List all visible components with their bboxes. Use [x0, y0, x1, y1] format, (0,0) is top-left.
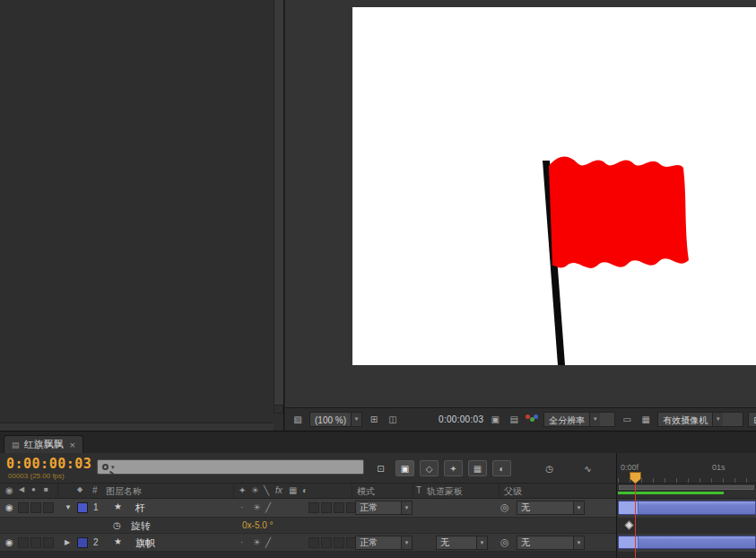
shy-switch[interactable]: · [240, 502, 243, 513]
search-options-arrow-icon[interactable]: ▾ [111, 464, 115, 471]
composition-mini-flowchart-icon[interactable]: ⊡ [371, 460, 390, 476]
timeline-tab[interactable]: ▤ 红旗飘飘 × [4, 435, 83, 453]
layer-row-2[interactable]: ◉ ▶ 2 ★ 旗帜 · ☀ ╱ 正常 [0, 534, 616, 552]
lock-toggle[interactable] [43, 502, 54, 513]
layer-row-1[interactable]: ◉ ▼ 1 ★ 杆 · ☀ ╱ 正常 [0, 499, 616, 518]
label-color-swatch[interactable] [77, 502, 88, 513]
region-of-interest-icon[interactable]: ▭ [620, 413, 634, 426]
show-channels-icon[interactable] [526, 414, 539, 424]
collapse-switch[interactable]: ☀ [253, 537, 261, 548]
keyframe-diamond[interactable] [625, 521, 634, 530]
work-area-bar[interactable] [619, 485, 754, 490]
always-preview-icon[interactable]: ▧ [291, 413, 305, 426]
solo-toggle[interactable] [30, 502, 41, 513]
label-color-swatch[interactable] [77, 537, 88, 548]
chevron-down-icon: ▼ [589, 413, 600, 426]
current-timecode[interactable]: 0:00:00:03 [6, 456, 91, 472]
composition-toolbar: ▧ (100 %) ▼ ⊞ ◫ 0:00:00:03 ▣ ▤ 全分辨率 ▼ ▭ … [285, 407, 756, 431]
chevron-down-icon: ▼ [351, 413, 361, 426]
project-panel [0, 0, 284, 431]
resolution-dropdown[interactable]: 全分辨率 ▼ [543, 412, 615, 427]
fx-switch-icon: fx [275, 485, 282, 495]
layer-2-duration-bar[interactable] [618, 536, 756, 549]
frame-blend-switch[interactable] [321, 537, 332, 548]
motion-blur-switch[interactable] [334, 502, 344, 513]
frame-blend-switch[interactable] [321, 502, 332, 513]
expand-caret-icon[interactable]: ▶ [65, 538, 70, 546]
snapshot-icon[interactable]: ▣ [488, 413, 502, 426]
layer-name[interactable]: 杆 [135, 501, 145, 515]
playhead-line[interactable] [635, 483, 636, 558]
fx-switch[interactable] [308, 537, 319, 548]
audio-toggle[interactable] [18, 502, 29, 513]
chevron-down-icon: ▼ [573, 536, 584, 549]
chevron-down-icon: ▼ [401, 501, 412, 514]
search-input[interactable] [117, 462, 359, 472]
blend-mode-value: 正常 [356, 501, 401, 514]
parent-value: 无 [517, 501, 573, 514]
magnification-dropdown[interactable]: (100 %) ▼ [309, 412, 362, 427]
safe-zones-icon[interactable]: ⊞ [367, 413, 381, 426]
solo-column-icon: ● [31, 485, 36, 493]
camera-view-value: 有效摄像机 [658, 413, 712, 426]
audio-column-icon: ◀ [19, 485, 24, 493]
layer-index: 1 [93, 502, 99, 512]
property-name[interactable]: 旋转 [131, 520, 151, 531]
blend-mode-value: 正常 [356, 536, 401, 549]
blend-mode-dropdown[interactable]: 正常 ▼ [355, 536, 413, 550]
track-matte-value: 无 [437, 536, 476, 549]
mask-visibility-icon[interactable]: ◫ [386, 413, 400, 426]
search-field[interactable]: ▾ [97, 459, 364, 475]
auto-keyframe-button[interactable]: ◷ [540, 460, 559, 476]
rotation-value[interactable]: 0x-5.0 ° [242, 520, 274, 530]
blend-mode-dropdown[interactable]: 正常 ▼ [355, 501, 413, 515]
quality-switch[interactable]: ╱ [265, 502, 271, 513]
stopwatch-icon[interactable]: ◷ [113, 520, 121, 531]
parent-pickwhip-icon[interactable]: ◎ [500, 501, 509, 513]
fx-switch[interactable] [308, 502, 319, 513]
close-icon[interactable]: × [70, 440, 75, 450]
live-update-button[interactable]: ▣ [395, 460, 414, 476]
solo-toggle[interactable] [30, 537, 41, 548]
motion-blur-button[interactable]: ◐ [492, 460, 511, 476]
eye-toggle[interactable]: ◉ [5, 502, 13, 513]
frame-blending-button[interactable]: ▦ [468, 460, 487, 476]
index-column-header: # [92, 485, 98, 495]
parent-value: 无 [517, 536, 573, 549]
preview-timecode[interactable]: 0:00:00:03 [439, 414, 483, 424]
hide-shy-layers-button[interactable]: ✦ [444, 460, 463, 476]
layer-name[interactable]: 旗帜 [135, 536, 155, 550]
parent-dropdown[interactable]: 无 ▼ [517, 536, 585, 550]
track-empty-area [618, 552, 756, 558]
quality-switch[interactable]: ╱ [265, 537, 271, 548]
eye-toggle[interactable]: ◉ [5, 537, 13, 548]
shy-switch[interactable]: · [240, 537, 243, 548]
show-snapshot-icon[interactable]: ▤ [507, 413, 521, 426]
view-layout-dropdown[interactable]: ⊞ ▼ [748, 412, 756, 427]
motion-blur-switch[interactable] [334, 537, 344, 548]
timeline-column-header: ◉ ◀ ● ■ ◆ # 图层名称 ✦ ☀ ╲ fx ▦ ◐ 模式 [0, 484, 616, 499]
parent-dropdown[interactable]: 无 ▼ [517, 501, 585, 515]
ruler-start-label: 0:00f [621, 463, 639, 472]
expand-caret-icon[interactable]: ▼ [65, 503, 72, 511]
vertical-scrollbar[interactable] [274, 0, 283, 405]
timeline-controls: 0:00:00:03 00003 (25.00 fps) ▾ ⊡ ▣ ◇ ✦ ▦… [0, 453, 616, 484]
draft-3d-button[interactable]: ◇ [420, 460, 439, 476]
parent-pickwhip-icon[interactable]: ◎ [500, 536, 509, 548]
track-matte-dropdown[interactable]: 无 ▼ [436, 536, 488, 550]
camera-view-dropdown[interactable]: 有效摄像机 ▼ [657, 412, 743, 427]
transparency-grid-icon[interactable]: ▦ [639, 413, 653, 426]
audio-toggle[interactable] [18, 537, 29, 548]
timeline-track-area: 0:00f 01s [618, 453, 756, 558]
t-column-header: T [416, 485, 421, 495]
lock-toggle[interactable] [43, 537, 54, 548]
horizontal-scrollbar[interactable] [0, 423, 274, 431]
timeline-toolbar-icons: ⊡ ▣ ◇ ✦ ▦ ◐ ◷ ∿ [371, 459, 597, 477]
property-row-rotation[interactable]: ◷ 旋转 0x-5.0 ° [0, 518, 616, 534]
collapse-switch[interactable]: ☀ [253, 502, 261, 513]
tab-title: 红旗飘飘 [24, 438, 64, 451]
panel-icon: ▤ [12, 440, 20, 449]
layer-1-duration-bar[interactable] [618, 501, 756, 515]
graph-editor-button[interactable]: ∿ [578, 460, 597, 476]
layer-2-track [618, 534, 756, 552]
